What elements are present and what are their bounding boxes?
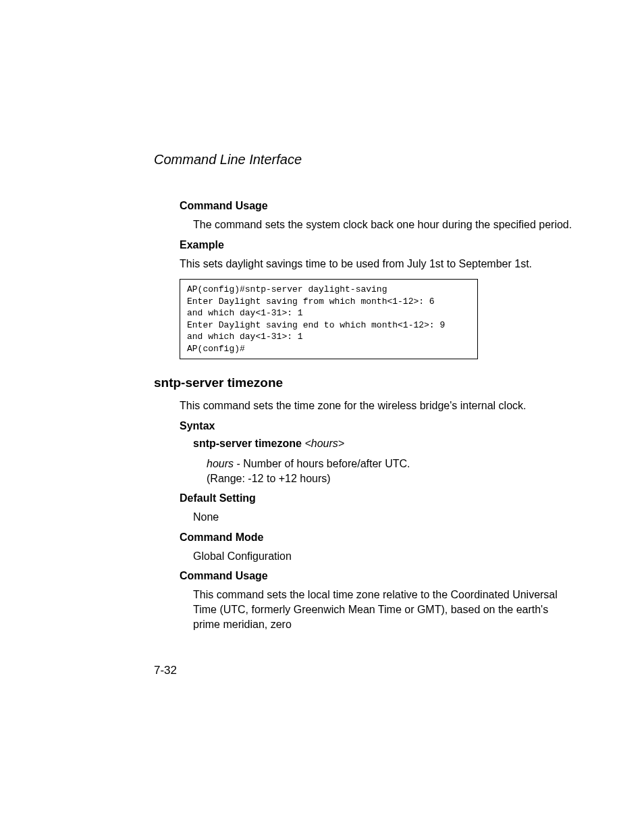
section-header: Command Line Interface [154,152,576,167]
param-desc-1: - Number of hours before/after UTC. [234,458,410,469]
command-usage-heading-2: Command Usage [180,570,576,582]
example-heading: Example [180,239,576,251]
example-text: This sets daylight savings time to be us… [180,257,576,271]
param-name: hours [207,458,234,469]
command-usage-heading-1: Command Usage [180,200,576,212]
command-description: This command sets the time zone for the … [180,398,576,413]
command-mode-text: Global Configuration [193,549,576,564]
default-setting-heading: Default Setting [180,492,576,504]
default-setting-text: None [193,510,576,525]
command-usage-text-1: The command sets the system clock back o… [193,217,576,232]
param-desc-2: (Range: -12 to +12 hours) [207,473,331,484]
page-container: Command Line Interface Command Usage The… [0,0,644,631]
command-mode-heading: Command Mode [180,531,576,544]
code-block: AP(config)#sntp-server daylight-saving E… [180,279,478,359]
param-description: hours - Number of hours before/after UTC… [207,457,576,486]
syntax-line: sntp-server timezone <hours> [193,438,576,450]
syntax-heading: Syntax [180,420,576,432]
command-title: sntp-server timezone [154,375,576,390]
command-usage-text-2: This command sets the local time zone re… [193,588,576,631]
page-number: 7-32 [154,664,177,677]
syntax-command: sntp-server timezone [193,438,302,449]
syntax-argument: <hours> [304,438,344,449]
